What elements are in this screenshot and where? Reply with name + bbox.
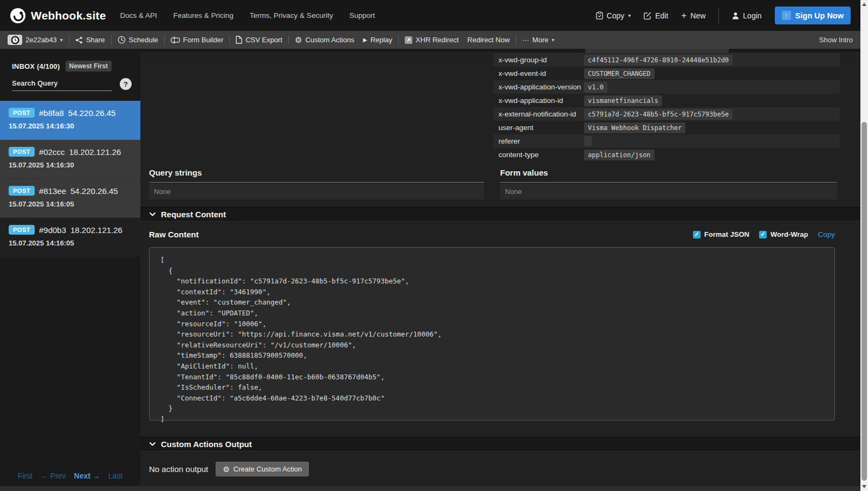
header-row: content-type application/json <box>493 148 840 161</box>
request-content-title: Request Content <box>161 210 226 219</box>
xhr-redirect-button-label: XHR Redirect <box>416 36 458 44</box>
request-list-item[interactable]: POST #b8fa8 54.220.26.45 15.07.2025 14:1… <box>0 101 140 140</box>
headers-table: x-vwd-group-id c4f45112-496f-4726-8910-2… <box>493 53 840 161</box>
code-line: "resourceId": "10006", <box>160 319 824 330</box>
upload-icon: ↑ <box>782 11 791 20</box>
code-line: "event": "customer_changed", <box>160 297 824 308</box>
word-wrap-checkbox[interactable]: ✓ Word-Wrap <box>759 230 808 238</box>
external-link-icon <box>405 36 412 44</box>
header-name: x-vwd-application-version <box>498 83 584 91</box>
page-bottom-strip <box>0 486 860 491</box>
header-row: x-vwd-event-id CUSTOMER_CHANGED <box>493 67 840 80</box>
toolbar-divider <box>398 35 399 45</box>
more-dropdown-label: More <box>533 36 549 44</box>
share-icon <box>75 36 83 44</box>
vertical-scrollbar[interactable] <box>860 0 868 491</box>
create-custom-action-button[interactable]: ⚙ Create Custom Action <box>216 462 309 476</box>
request-id: #813ee <box>39 186 66 196</box>
sort-order-badge[interactable]: Newest First <box>66 61 112 72</box>
pagination-prev[interactable]: ← Prev <box>41 471 66 480</box>
header-name: x-external-notification-id <box>498 110 584 118</box>
new-button[interactable]: + New <box>681 11 705 20</box>
method-badge: POST <box>9 108 35 118</box>
copy-raw-content-link[interactable]: Copy <box>818 230 835 238</box>
nav-link-docs[interactable]: Docs & API <box>120 11 157 20</box>
header-value: CUSTOMER_CHANGED <box>584 68 655 79</box>
edit-button-label: Edit <box>655 11 668 20</box>
query-strings-section: Query strings None <box>149 168 484 199</box>
form-builder-button[interactable]: Form Builder <box>171 36 223 44</box>
search-input[interactable] <box>12 77 112 91</box>
no-action-output-label: No action output <box>149 464 208 474</box>
toolbar-divider <box>229 35 230 45</box>
request-list-item[interactable]: POST #02ccc 18.202.121.26 15.07.2025 14:… <box>0 140 140 179</box>
query-strings-empty: None <box>149 184 484 199</box>
headers-table-partial-row <box>585 49 729 53</box>
search-row: ? <box>0 72 140 91</box>
edit-button[interactable]: Edit <box>644 11 668 20</box>
request-list-item[interactable]: POST #813ee 54.220.26.45 15.07.2025 14:1… <box>0 179 140 218</box>
scroll-up-icon[interactable] <box>860 0 868 9</box>
code-line: "notificationId": "c5791a7d-2623-48b5-bf… <box>160 276 824 287</box>
form-builder-icon <box>171 36 180 44</box>
csv-export-button[interactable]: CSV Export <box>236 36 282 44</box>
request-detail-panel: x-vwd-group-id c4f45112-496f-4726-8910-2… <box>140 49 860 491</box>
nav-link-terms[interactable]: Terms, Privacy & Security <box>250 11 333 20</box>
code-line: "action": "UPDATED", <box>160 308 824 319</box>
schedule-button[interactable]: Schedule <box>118 36 158 44</box>
header-value: vismanetfinancials <box>584 95 662 106</box>
nav-link-features[interactable]: Features & Pricing <box>173 11 234 20</box>
show-intro-link[interactable]: Show Intro <box>819 36 853 44</box>
caret-down-icon: ▾ <box>60 37 63 43</box>
pagination-first[interactable]: First <box>18 471 33 480</box>
edit-icon <box>644 12 651 20</box>
custom-actions-button[interactable]: ⚙ Custom Actions <box>295 36 354 44</box>
share-button[interactable]: Share <box>75 36 105 44</box>
pagination-next[interactable]: Next → <box>74 471 100 480</box>
custom-actions-output-section-header[interactable]: Custom Actions Output <box>140 437 860 451</box>
token-dropdown[interactable]: 2e22ab43 ▾ <box>8 35 63 45</box>
schedule-button-label: Schedule <box>129 36 158 44</box>
request-ip: 54.220.26.45 <box>68 108 116 118</box>
brand[interactable]: Webhook.site <box>10 8 106 24</box>
request-content-section-header[interactable]: Request Content <box>140 207 860 222</box>
gear-icon: ⚙ <box>295 36 302 44</box>
pagination: First ← Prev Next → Last <box>0 471 140 480</box>
copy-dropdown[interactable]: Copy ▾ <box>596 11 631 20</box>
request-list: POST #b8fa8 54.220.26.45 15.07.2025 14:1… <box>0 101 140 257</box>
request-list-item[interactable]: POST #9d0b3 18.202.121.26 15.07.2025 14:… <box>0 218 140 257</box>
redirect-now-button[interactable]: Redirect Now <box>468 36 510 44</box>
form-values-title: Form values <box>500 168 837 177</box>
request-time: 15.07.2025 14:16:30 <box>9 161 132 169</box>
more-dropdown[interactable]: ··· More ▾ <box>522 36 555 44</box>
header-value: c5791a7d-2623-48b5-bf5c-917c5793be5e <box>584 109 733 120</box>
clock-icon <box>118 36 126 44</box>
request-id: #02ccc <box>39 147 65 157</box>
help-icon[interactable]: ? <box>120 78 132 90</box>
login-button-label: Login <box>743 11 761 20</box>
replay-button[interactable]: ▶ Replay <box>363 36 392 44</box>
xhr-redirect-button[interactable]: XHR Redirect <box>405 36 458 44</box>
custom-actions-output-body: No action output ⚙ Create Custom Action <box>149 462 309 476</box>
login-button[interactable]: Login <box>732 11 761 20</box>
pagination-last[interactable]: Last <box>108 471 122 480</box>
webhook-logo-icon <box>10 8 26 24</box>
header-name: content-type <box>498 151 584 159</box>
code-line: "ConnectId": "a5c6dde4-60ae-4223-b7e8-54… <box>160 393 824 404</box>
inbox-count-label: INBOX (4/100) <box>12 62 60 70</box>
caret-down-icon: ▾ <box>628 12 631 18</box>
nav-link-support[interactable]: Support <box>349 11 375 20</box>
request-id: #b8fa8 <box>39 108 64 118</box>
scrollbar-thumb[interactable] <box>861 122 867 481</box>
requests-sidebar: INBOX (4/100) Newest First ? POST #b8fa8… <box>0 49 140 491</box>
scroll-down-icon[interactable] <box>860 482 868 491</box>
format-json-checkbox[interactable]: ✓ Format JSON <box>693 230 749 238</box>
user-icon <box>732 12 739 20</box>
nav-links: Docs & API Features & Pricing Terms, Pri… <box>120 11 375 20</box>
header-row: x-vwd-application-id vismanetfinancials <box>493 94 840 107</box>
checkbox-checked-icon: ✓ <box>759 231 767 238</box>
clipboard-icon <box>596 11 603 20</box>
play-icon: ▶ <box>363 37 367 43</box>
signup-button[interactable]: ↑ Sign Up Now <box>775 7 851 24</box>
request-id: #9d0b3 <box>39 225 66 235</box>
